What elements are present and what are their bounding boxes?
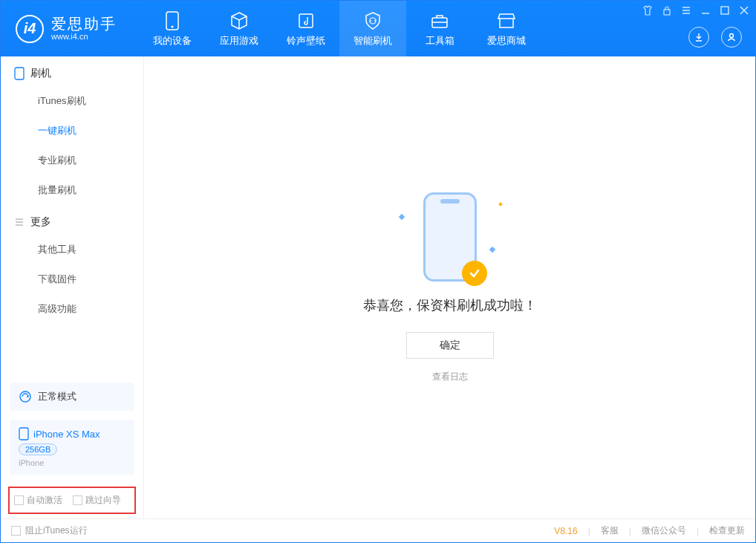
- mode-card[interactable]: 正常模式: [10, 383, 134, 411]
- nav-tab-flash[interactable]: 智能刷机: [339, 1, 406, 56]
- user-icon[interactable]: [721, 27, 742, 48]
- window-controls: [642, 5, 749, 16]
- minimize-button[interactable]: [700, 5, 711, 16]
- success-illustration: [423, 192, 477, 282]
- sidebar-item-batch-flash[interactable]: 批量刷机: [1, 175, 143, 205]
- check-badge-icon: [462, 261, 487, 286]
- app-name: 爱思助手: [51, 16, 117, 32]
- svg-rect-7: [15, 68, 24, 79]
- phone-icon: [14, 67, 25, 80]
- close-button[interactable]: [739, 5, 749, 16]
- statusbar: 阻止iTunes运行 V8.16 | 客服 | 微信公众号 | 检查更新: [1, 518, 755, 542]
- logo-icon: i4: [16, 15, 44, 43]
- checkbox-row-highlighted: 自动激活 跳过向导: [8, 487, 136, 514]
- nav-tabs: 我的设备 应用游戏 铃声壁纸 智能刷机 工具箱 爱思商城: [139, 1, 540, 56]
- sidebar-section-flash: 刷机: [1, 56, 143, 86]
- sidebar-items-flash: iTunes刷机 一键刷机 专业刷机 批量刷机: [1, 86, 143, 205]
- nav-label: 铃声壁纸: [287, 34, 325, 48]
- device-phone-icon: [19, 427, 29, 440]
- menu-icon[interactable]: [681, 5, 691, 16]
- svg-point-8: [20, 391, 30, 402]
- device-type: iPhone: [19, 458, 126, 467]
- titlebar: i4 爱思助手 www.i4.cn 我的设备 应用游戏 铃声壁纸 智能刷机: [1, 1, 755, 56]
- nav-label: 工具箱: [426, 34, 454, 48]
- sync-icon: [19, 390, 32, 403]
- body-area: 刷机 iTunes刷机 一键刷机 专业刷机 批量刷机 更多 其他工具 下载固件 …: [1, 56, 755, 518]
- svg-point-6: [730, 34, 734, 38]
- sidebar-item-other-tools[interactable]: 其他工具: [1, 235, 143, 264]
- sparkle-icon: [498, 202, 503, 207]
- nav-tab-device[interactable]: 我的设备: [139, 1, 206, 56]
- store-icon: [496, 10, 517, 31]
- mode-label: 正常模式: [38, 390, 76, 403]
- sparkle-icon: [489, 246, 495, 252]
- sidebar-item-pro-flash[interactable]: 专业刷机: [1, 146, 143, 175]
- sparkle-icon: [398, 213, 404, 219]
- cb-label: 跳过向导: [85, 494, 121, 507]
- lock-icon[interactable]: [662, 5, 672, 16]
- svg-rect-9: [19, 428, 28, 440]
- main-content: 恭喜您，保资料刷机成功啦！ 确定 查看日志: [144, 56, 755, 518]
- nav-tab-toolbox[interactable]: 工具箱: [406, 1, 473, 56]
- sidebar-item-advanced[interactable]: 高级功能: [1, 294, 143, 324]
- nav-label: 应用游戏: [220, 34, 258, 48]
- app-window: i4 爱思助手 www.i4.cn 我的设备 应用游戏 铃声壁纸 智能刷机: [0, 0, 756, 543]
- sidebar-items-more: 其他工具 下载固件 高级功能: [1, 235, 143, 324]
- nav-label: 爱思商城: [487, 34, 526, 48]
- version-label: V8.16: [554, 526, 577, 536]
- list-icon: [14, 217, 25, 227]
- section-title: 刷机: [30, 67, 51, 80]
- status-link-update[interactable]: 检查更新: [709, 524, 745, 537]
- cb-label: 阻止iTunes运行: [25, 524, 88, 537]
- device-name: iPhone XS Max: [33, 429, 100, 440]
- shield-sync-icon: [362, 10, 383, 31]
- header-right-icons: [688, 27, 742, 48]
- success-message: 恭喜您，保资料刷机成功啦！: [363, 296, 537, 314]
- view-log-link[interactable]: 查看日志: [432, 371, 468, 383]
- checkbox-auto-activate[interactable]: 自动激活: [14, 494, 62, 507]
- cube-icon: [229, 10, 250, 31]
- svg-point-1: [172, 25, 174, 27]
- device-capacity: 256GB: [19, 443, 57, 455]
- svg-rect-4: [664, 10, 670, 15]
- sidebar-section-more: 更多: [1, 205, 143, 235]
- device-card[interactable]: iPhone XS Max 256GB iPhone: [10, 420, 134, 475]
- music-icon: [296, 10, 316, 31]
- checkbox-skip-guide[interactable]: 跳过向导: [73, 494, 121, 507]
- statusbar-right: V8.16 | 客服 | 微信公众号 | 检查更新: [554, 524, 745, 537]
- sidebar-item-itunes-flash[interactable]: iTunes刷机: [1, 86, 143, 116]
- svg-rect-5: [721, 7, 729, 14]
- logo-text: 爱思助手 www.i4.cn: [51, 16, 117, 41]
- nav-label: 智能刷机: [353, 34, 392, 48]
- nav-label: 我的设备: [153, 34, 192, 48]
- toolbox-icon: [429, 10, 450, 31]
- sidebar-item-download-firmware[interactable]: 下载固件: [1, 264, 143, 294]
- download-icon[interactable]: [688, 27, 709, 48]
- svg-rect-2: [299, 14, 313, 27]
- status-link-support[interactable]: 客服: [601, 524, 619, 537]
- nav-tab-store[interactable]: 爱思商城: [473, 1, 540, 56]
- section-title: 更多: [30, 215, 51, 229]
- status-link-wechat[interactable]: 微信公众号: [642, 524, 686, 537]
- device-name-row: iPhone XS Max: [19, 427, 126, 440]
- nav-tab-apps[interactable]: 应用游戏: [206, 1, 273, 56]
- cb-label: 自动激活: [27, 494, 62, 507]
- sidebar-item-oneclick-flash[interactable]: 一键刷机: [1, 116, 143, 146]
- ok-button[interactable]: 确定: [406, 332, 494, 359]
- nav-tab-ringtones[interactable]: 铃声壁纸: [273, 1, 339, 56]
- device-icon: [162, 10, 183, 31]
- maximize-button[interactable]: [720, 5, 730, 16]
- checkbox-block-itunes[interactable]: 阻止iTunes运行: [11, 524, 88, 537]
- shirt-icon[interactable]: [642, 5, 653, 16]
- app-url: www.i4.cn: [51, 32, 117, 41]
- logo-area: i4 爱思助手 www.i4.cn: [1, 15, 131, 43]
- sidebar: 刷机 iTunes刷机 一键刷机 专业刷机 批量刷机 更多 其他工具 下载固件 …: [1, 56, 144, 518]
